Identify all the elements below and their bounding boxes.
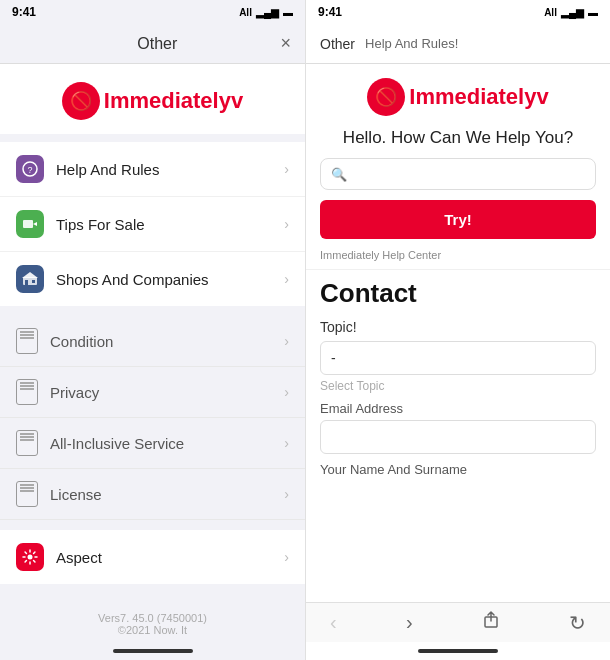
left-logo-icon: 🚫 (62, 82, 100, 120)
forward-button[interactable]: › (398, 607, 421, 638)
aspect-icon (16, 543, 44, 571)
share-button[interactable] (474, 607, 508, 638)
menu-item-shops[interactable]: Shops And Companies › (0, 252, 305, 306)
version-line2: ©2021 Now. It (0, 624, 305, 636)
svg-rect-6 (32, 280, 35, 283)
topic-label: Topic! (320, 319, 357, 335)
left-panel: 9:41 All ▂▄▆ ▬ Other × 🚫 Immediatelyv ? … (0, 0, 305, 660)
right-logo-text: Immediatelyv (409, 84, 548, 110)
left-status-bar: 9:41 All ▂▄▆ ▬ (0, 0, 305, 24)
left-time: 9:41 (12, 5, 36, 19)
back-button[interactable]: ‹ (322, 607, 345, 638)
left-gray-section: Condition › Privacy › All-Inclusive Serv… (0, 316, 305, 520)
help-label: Help And Rules (56, 161, 284, 178)
gray-item-privacy[interactable]: Privacy › (0, 367, 305, 418)
tips-chevron: › (284, 216, 289, 232)
shops-chevron: › (284, 271, 289, 287)
license-doc-icon (16, 481, 38, 507)
left-menu-section: ? Help And Rules › Tips For Sale › Shops… (0, 142, 305, 306)
right-tab-help[interactable]: Help And Rules! (365, 36, 458, 51)
allinclusive-doc-icon (16, 430, 38, 456)
aspect-section: Aspect › (0, 530, 305, 584)
condition-chevron: › (284, 333, 289, 349)
email-input[interactable] (320, 420, 596, 454)
left-wifi-icon: ▂▄▆ (256, 7, 279, 18)
right-nav-bar: Other Help And Rules! (306, 24, 610, 64)
menu-item-help[interactable]: ? Help And Rules › (0, 142, 305, 197)
shops-label: Shops And Companies (56, 271, 284, 288)
license-label: License (50, 486, 284, 503)
aspect-item[interactable]: Aspect › (0, 530, 305, 584)
right-network: All (544, 7, 557, 18)
tips-label: Tips For Sale (56, 216, 284, 233)
right-battery-icon: ▬ (588, 7, 598, 18)
search-input[interactable] (353, 166, 585, 182)
contact-section: Contact Topic! - Select Topic Email Addr… (306, 269, 610, 602)
condition-label: Condition (50, 333, 284, 350)
left-logo-area: 🚫 Immediatelyv (0, 64, 305, 134)
menu-item-tips[interactable]: Tips For Sale › (0, 197, 305, 252)
close-button[interactable]: × (280, 33, 291, 54)
left-home-bar (113, 649, 193, 653)
aspect-label: Aspect (56, 549, 284, 566)
name-label: Your Name And Surname (320, 462, 596, 477)
left-home-indicator (0, 642, 305, 660)
search-icon: 🔍 (331, 167, 347, 182)
allinclusive-label: All-Inclusive Service (50, 435, 284, 452)
right-panel: 9:41 All ▂▄▆ ▬ Other Help And Rules! 🚫 I… (305, 0, 610, 660)
left-status-icons: All ▂▄▆ ▬ (239, 7, 293, 18)
help-chevron: › (284, 161, 289, 177)
svg-rect-2 (23, 220, 33, 228)
svg-rect-5 (25, 280, 28, 285)
right-tab-other[interactable]: Other (320, 36, 355, 52)
svg-point-8 (28, 555, 33, 560)
tips-icon (16, 210, 44, 238)
allinclusive-chevron: › (284, 435, 289, 451)
right-logo-row: 🚫 Immediatelyv (367, 78, 548, 116)
help-title: Hello. How Can We Help You? (306, 122, 610, 158)
gray-item-license[interactable]: License › (0, 469, 305, 520)
aspect-chevron: › (284, 549, 289, 565)
search-box[interactable]: 🔍 (320, 158, 596, 190)
right-logo-area: 🚫 Immediatelyv (306, 64, 610, 122)
left-nav-title: Other (137, 35, 177, 53)
svg-marker-3 (33, 222, 37, 226)
email-label: Email Address (320, 401, 596, 416)
left-nav-bar: Other × (0, 24, 305, 64)
right-status-icons: All ▂▄▆ ▬ (544, 7, 598, 18)
refresh-button[interactable]: ↻ (561, 607, 594, 639)
help-center-link[interactable]: Immediately Help Center (306, 247, 610, 269)
privacy-chevron: › (284, 384, 289, 400)
right-time: 9:41 (318, 5, 342, 19)
left-logo-text: Immediatelyv (104, 88, 243, 114)
right-wifi-icon: ▂▄▆ (561, 7, 584, 18)
version-line1: Vers7. 45.0 (7450001) (0, 612, 305, 624)
svg-text:?: ? (27, 165, 32, 175)
select-placeholder: Select Topic (320, 379, 596, 393)
topic-select[interactable]: - (320, 341, 596, 375)
privacy-label: Privacy (50, 384, 284, 401)
version-area: Vers7. 45.0 (7450001) ©2021 Now. It (0, 604, 305, 642)
gray-item-allinclusive[interactable]: All-Inclusive Service › (0, 418, 305, 469)
license-chevron: › (284, 486, 289, 502)
privacy-doc-icon (16, 379, 38, 405)
gray-item-condition[interactable]: Condition › (0, 316, 305, 367)
topic-row: Topic! (320, 319, 596, 335)
shops-icon (16, 265, 44, 293)
right-home-indicator (306, 642, 610, 660)
bottom-nav: ‹ › ↻ (306, 602, 610, 642)
left-spacer (0, 584, 305, 604)
condition-doc-icon (16, 328, 38, 354)
right-logo-icon: 🚫 (367, 78, 405, 116)
left-battery-icon: ▬ (283, 7, 293, 18)
help-icon: ? (16, 155, 44, 183)
contact-title: Contact (320, 278, 596, 309)
try-button[interactable]: Try! (320, 200, 596, 239)
right-status-bar: 9:41 All ▂▄▆ ▬ (306, 0, 610, 24)
svg-marker-7 (22, 272, 38, 278)
left-network: All (239, 7, 252, 18)
right-home-bar (418, 649, 498, 653)
left-logo-row: 🚫 Immediatelyv (62, 82, 243, 120)
